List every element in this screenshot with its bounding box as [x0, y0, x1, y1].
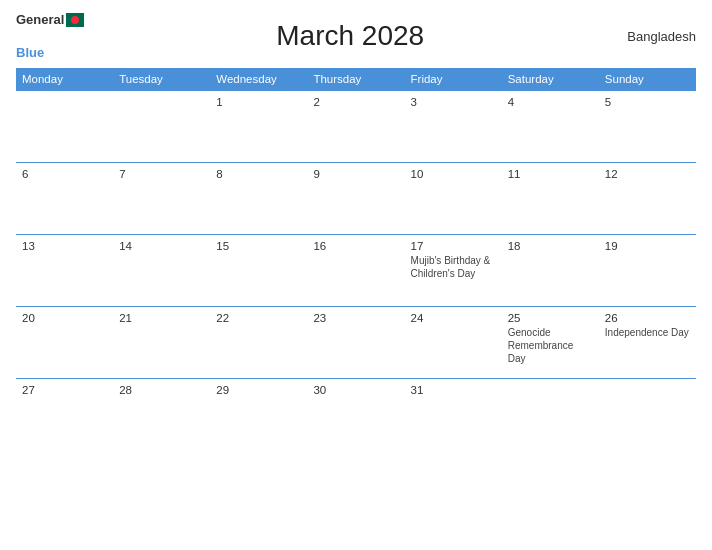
day-number: 4 [508, 96, 593, 108]
day-cell [502, 379, 599, 451]
week-row-5: 2728293031 [16, 379, 696, 451]
day-cell: 26Independence Day [599, 307, 696, 379]
day-number: 21 [119, 312, 204, 324]
day-number: 18 [508, 240, 593, 252]
day-number: 8 [216, 168, 301, 180]
event-text: Independence Day [605, 327, 689, 338]
day-cell: 18 [502, 235, 599, 307]
day-number: 20 [22, 312, 107, 324]
day-number: 1 [216, 96, 301, 108]
event-text: Mujib's Birthday & Children's Day [411, 255, 491, 279]
day-cell: 11 [502, 163, 599, 235]
calendar-title: March 2028 [84, 20, 616, 52]
country-label: Bangladesh [616, 29, 696, 44]
day-number: 5 [605, 96, 690, 108]
week-row-2: 6789101112 [16, 163, 696, 235]
day-number: 10 [411, 168, 496, 180]
header-sunday: Sunday [599, 68, 696, 91]
day-cell: 20 [16, 307, 113, 379]
header-tuesday: Tuesday [113, 68, 210, 91]
day-number: 25 [508, 312, 593, 324]
day-number: 22 [216, 312, 301, 324]
day-cell: 9 [307, 163, 404, 235]
day-cell: 3 [405, 91, 502, 163]
logo-flag-icon [66, 13, 84, 27]
day-cell: 19 [599, 235, 696, 307]
day-cell: 25Genocide Remembrance Day [502, 307, 599, 379]
day-cell: 6 [16, 163, 113, 235]
day-cell: 1 [210, 91, 307, 163]
header-friday: Friday [405, 68, 502, 91]
day-number: 12 [605, 168, 690, 180]
day-number: 13 [22, 240, 107, 252]
day-number: 27 [22, 384, 107, 396]
day-number: 28 [119, 384, 204, 396]
day-number: 2 [313, 96, 398, 108]
day-number: 11 [508, 168, 593, 180]
day-cell: 14 [113, 235, 210, 307]
day-cell: 17Mujib's Birthday & Children's Day [405, 235, 502, 307]
day-cell: 22 [210, 307, 307, 379]
day-cell: 29 [210, 379, 307, 451]
day-cell: 4 [502, 91, 599, 163]
day-cell: 24 [405, 307, 502, 379]
svg-point-1 [71, 16, 79, 24]
header-wednesday: Wednesday [210, 68, 307, 91]
day-cell: 5 [599, 91, 696, 163]
day-cell: 16 [307, 235, 404, 307]
day-cell: 12 [599, 163, 696, 235]
day-number: 31 [411, 384, 496, 396]
week-row-1: 12345 [16, 91, 696, 163]
header-saturday: Saturday [502, 68, 599, 91]
day-cell: 10 [405, 163, 502, 235]
calendar-page: General Blue March 2028 Bangladesh Monda… [0, 0, 712, 550]
day-number: 23 [313, 312, 398, 324]
day-number: 14 [119, 240, 204, 252]
day-cell: 7 [113, 163, 210, 235]
day-number: 24 [411, 312, 496, 324]
day-number: 17 [411, 240, 496, 252]
day-cell: 2 [307, 91, 404, 163]
calendar-header: General Blue March 2028 Bangladesh [16, 12, 696, 60]
day-number: 26 [605, 312, 690, 324]
day-number: 30 [313, 384, 398, 396]
header-monday: Monday [16, 68, 113, 91]
event-text: Genocide Remembrance Day [508, 327, 574, 364]
day-number: 19 [605, 240, 690, 252]
day-number: 16 [313, 240, 398, 252]
day-cell: 13 [16, 235, 113, 307]
week-row-4: 202122232425Genocide Remembrance Day26In… [16, 307, 696, 379]
day-number: 15 [216, 240, 301, 252]
day-cell: 21 [113, 307, 210, 379]
day-cell [16, 91, 113, 163]
logo: General Blue [16, 12, 84, 60]
day-cell: 27 [16, 379, 113, 451]
day-cell [113, 91, 210, 163]
day-cell: 8 [210, 163, 307, 235]
day-number: 3 [411, 96, 496, 108]
logo-general-text: General [16, 12, 64, 27]
header-thursday: Thursday [307, 68, 404, 91]
day-cell [599, 379, 696, 451]
day-number: 7 [119, 168, 204, 180]
day-cell: 31 [405, 379, 502, 451]
day-cell: 28 [113, 379, 210, 451]
week-row-3: 1314151617Mujib's Birthday & Children's … [16, 235, 696, 307]
day-cell: 15 [210, 235, 307, 307]
weekday-header-row: Monday Tuesday Wednesday Thursday Friday… [16, 68, 696, 91]
day-number: 29 [216, 384, 301, 396]
calendar-table: Monday Tuesday Wednesday Thursday Friday… [16, 68, 696, 451]
day-number: 9 [313, 168, 398, 180]
logo-blue-text: Blue [16, 45, 44, 60]
day-cell: 30 [307, 379, 404, 451]
day-number: 6 [22, 168, 107, 180]
day-cell: 23 [307, 307, 404, 379]
